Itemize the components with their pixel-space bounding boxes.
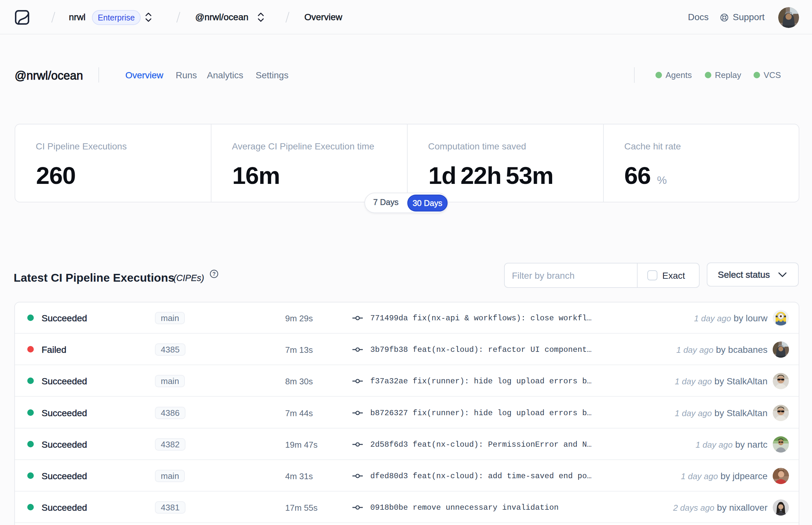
svg-text:?: ?	[212, 271, 216, 277]
